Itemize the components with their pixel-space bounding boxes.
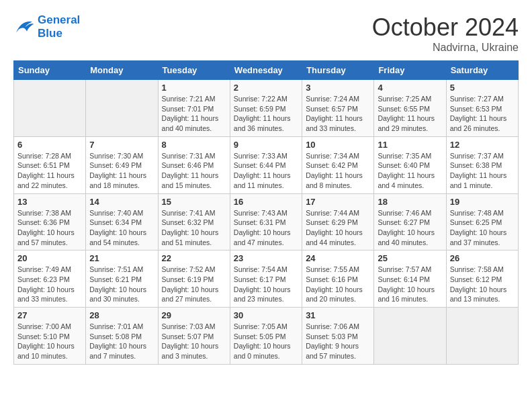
calendar-cell: 22Sunrise: 7:52 AMSunset: 6:19 PMDayligh… (158, 250, 230, 308)
day-number: 29 (162, 310, 226, 320)
calendar-week-row: 20Sunrise: 7:49 AMSunset: 6:23 PMDayligh… (14, 250, 519, 308)
calendar-cell: 6Sunrise: 7:28 AMSunset: 6:51 PMDaylight… (14, 136, 86, 193)
day-number: 25 (378, 253, 442, 263)
weekday-header-row: SundayMondayTuesdayWednesdayThursdayFrid… (14, 61, 519, 80)
day-info: Sunrise: 7:33 AMSunset: 6:44 PMDaylight:… (234, 151, 298, 191)
day-number: 19 (450, 197, 515, 207)
calendar-cell: 7Sunrise: 7:30 AMSunset: 6:49 PMDaylight… (86, 136, 158, 193)
month-title: October 2024 (372, 13, 519, 42)
calendar-cell: 13Sunrise: 7:38 AMSunset: 6:36 PMDayligh… (14, 193, 86, 250)
calendar-cell: 9Sunrise: 7:33 AMSunset: 6:44 PMDaylight… (230, 136, 302, 193)
day-info: Sunrise: 7:21 AMSunset: 7:01 PMDaylight:… (162, 94, 226, 134)
calendar-cell: 29Sunrise: 7:03 AMSunset: 5:07 PMDayligh… (158, 308, 230, 365)
calendar-week-row: 13Sunrise: 7:38 AMSunset: 6:36 PMDayligh… (14, 193, 519, 250)
day-info: Sunrise: 7:41 AMSunset: 6:32 PMDaylight:… (162, 208, 226, 248)
calendar-cell: 25Sunrise: 7:57 AMSunset: 6:14 PMDayligh… (374, 250, 446, 308)
day-number: 6 (17, 140, 82, 150)
day-number: 2 (234, 83, 298, 93)
day-info: Sunrise: 7:37 AMSunset: 6:38 PMDaylight:… (450, 151, 515, 191)
day-info: Sunrise: 7:24 AMSunset: 6:57 PMDaylight:… (306, 94, 370, 134)
day-number: 7 (89, 140, 154, 150)
day-number: 3 (306, 83, 370, 93)
day-number: 9 (234, 140, 298, 150)
day-number: 4 (378, 83, 442, 93)
day-info: Sunrise: 7:30 AMSunset: 6:49 PMDaylight:… (89, 151, 154, 191)
day-number: 18 (378, 197, 442, 207)
calendar-cell (86, 80, 158, 137)
day-info: Sunrise: 7:43 AMSunset: 6:31 PMDaylight:… (234, 208, 298, 248)
calendar-cell: 1Sunrise: 7:21 AMSunset: 7:01 PMDaylight… (158, 80, 230, 137)
day-info: Sunrise: 7:05 AMSunset: 5:05 PMDaylight:… (234, 322, 298, 361)
calendar-cell: 31Sunrise: 7:06 AMSunset: 5:03 PMDayligh… (302, 308, 374, 365)
logo-text: General (38, 13, 80, 27)
calendar-cell: 23Sunrise: 7:54 AMSunset: 6:17 PMDayligh… (230, 250, 302, 308)
day-number: 31 (306, 310, 370, 320)
day-info: Sunrise: 7:51 AMSunset: 6:21 PMDaylight:… (89, 265, 154, 304)
calendar-cell: 3Sunrise: 7:24 AMSunset: 6:57 PMDaylight… (302, 80, 374, 137)
day-number: 8 (162, 140, 226, 150)
calendar-week-row: 1Sunrise: 7:21 AMSunset: 7:01 PMDaylight… (14, 80, 519, 137)
day-number: 24 (306, 253, 370, 263)
calendar-cell: 2Sunrise: 7:22 AMSunset: 6:59 PMDaylight… (230, 80, 302, 137)
calendar-cell: 4Sunrise: 7:25 AMSunset: 6:55 PMDaylight… (374, 80, 446, 137)
day-number: 30 (234, 310, 298, 320)
calendar-cell: 28Sunrise: 7:01 AMSunset: 5:08 PMDayligh… (86, 308, 158, 365)
logo-subtext: Blue (38, 27, 80, 40)
day-info: Sunrise: 7:44 AMSunset: 6:29 PMDaylight:… (306, 208, 370, 248)
day-info: Sunrise: 7:31 AMSunset: 6:46 PMDaylight:… (162, 151, 226, 191)
day-number: 10 (306, 140, 370, 150)
day-number: 15 (162, 197, 226, 207)
calendar-cell (446, 308, 518, 365)
calendar-week-row: 27Sunrise: 7:00 AMSunset: 5:10 PMDayligh… (14, 308, 519, 365)
calendar-table: SundayMondayTuesdayWednesdayThursdayFrid… (13, 60, 519, 365)
day-number: 14 (89, 197, 154, 207)
calendar-cell: 17Sunrise: 7:44 AMSunset: 6:29 PMDayligh… (302, 193, 374, 250)
day-number: 11 (378, 140, 442, 150)
calendar-cell: 10Sunrise: 7:34 AMSunset: 6:42 PMDayligh… (302, 136, 374, 193)
calendar-cell: 5Sunrise: 7:27 AMSunset: 6:53 PMDaylight… (446, 80, 518, 137)
day-info: Sunrise: 7:54 AMSunset: 6:17 PMDaylight:… (234, 265, 298, 304)
day-number: 20 (17, 253, 82, 263)
calendar-cell: 8Sunrise: 7:31 AMSunset: 6:46 PMDaylight… (158, 136, 230, 193)
day-info: Sunrise: 7:22 AMSunset: 6:59 PMDaylight:… (234, 94, 298, 134)
weekday-header-cell: Friday (374, 61, 446, 80)
day-info: Sunrise: 7:48 AMSunset: 6:25 PMDaylight:… (450, 208, 515, 248)
calendar-cell: 26Sunrise: 7:58 AMSunset: 6:12 PMDayligh… (446, 250, 518, 308)
logo: General Blue (13, 13, 80, 40)
day-number: 27 (17, 310, 82, 320)
weekday-header-cell: Thursday (302, 61, 374, 80)
weekday-header-cell: Saturday (446, 61, 518, 80)
location-subtitle: Nadvirna, Ukraine (372, 42, 519, 54)
calendar-cell: 11Sunrise: 7:35 AMSunset: 6:40 PMDayligh… (374, 136, 446, 193)
weekday-header-cell: Monday (86, 61, 158, 80)
calendar-cell: 30Sunrise: 7:05 AMSunset: 5:05 PMDayligh… (230, 308, 302, 365)
logo-icon (13, 17, 35, 36)
day-info: Sunrise: 7:52 AMSunset: 6:19 PMDaylight:… (162, 265, 226, 304)
calendar-cell: 19Sunrise: 7:48 AMSunset: 6:25 PMDayligh… (446, 193, 518, 250)
calendar-cell: 14Sunrise: 7:40 AMSunset: 6:34 PMDayligh… (86, 193, 158, 250)
calendar-cell: 24Sunrise: 7:55 AMSunset: 6:16 PMDayligh… (302, 250, 374, 308)
calendar-cell: 16Sunrise: 7:43 AMSunset: 6:31 PMDayligh… (230, 193, 302, 250)
weekday-header-cell: Sunday (14, 61, 86, 80)
day-info: Sunrise: 7:06 AMSunset: 5:03 PMDaylight:… (306, 322, 370, 361)
calendar-cell: 21Sunrise: 7:51 AMSunset: 6:21 PMDayligh… (86, 250, 158, 308)
day-info: Sunrise: 7:01 AMSunset: 5:08 PMDaylight:… (89, 322, 154, 361)
day-info: Sunrise: 7:28 AMSunset: 6:51 PMDaylight:… (17, 151, 82, 191)
weekday-header-cell: Tuesday (158, 61, 230, 80)
day-number: 13 (17, 197, 82, 207)
day-number: 16 (234, 197, 298, 207)
day-number: 22 (162, 253, 226, 263)
day-info: Sunrise: 7:55 AMSunset: 6:16 PMDaylight:… (306, 265, 370, 304)
day-info: Sunrise: 7:46 AMSunset: 6:27 PMDaylight:… (378, 208, 442, 248)
day-info: Sunrise: 7:27 AMSunset: 6:53 PMDaylight:… (450, 94, 515, 134)
day-info: Sunrise: 7:49 AMSunset: 6:23 PMDaylight:… (17, 265, 82, 304)
calendar-cell: 12Sunrise: 7:37 AMSunset: 6:38 PMDayligh… (446, 136, 518, 193)
day-number: 23 (234, 253, 298, 263)
calendar-cell: 20Sunrise: 7:49 AMSunset: 6:23 PMDayligh… (14, 250, 86, 308)
day-number: 1 (162, 83, 226, 93)
day-info: Sunrise: 7:58 AMSunset: 6:12 PMDaylight:… (450, 265, 515, 304)
day-number: 17 (306, 197, 370, 207)
day-info: Sunrise: 7:00 AMSunset: 5:10 PMDaylight:… (17, 322, 82, 361)
calendar-week-row: 6Sunrise: 7:28 AMSunset: 6:51 PMDaylight… (14, 136, 519, 193)
day-info: Sunrise: 7:34 AMSunset: 6:42 PMDaylight:… (306, 151, 370, 191)
